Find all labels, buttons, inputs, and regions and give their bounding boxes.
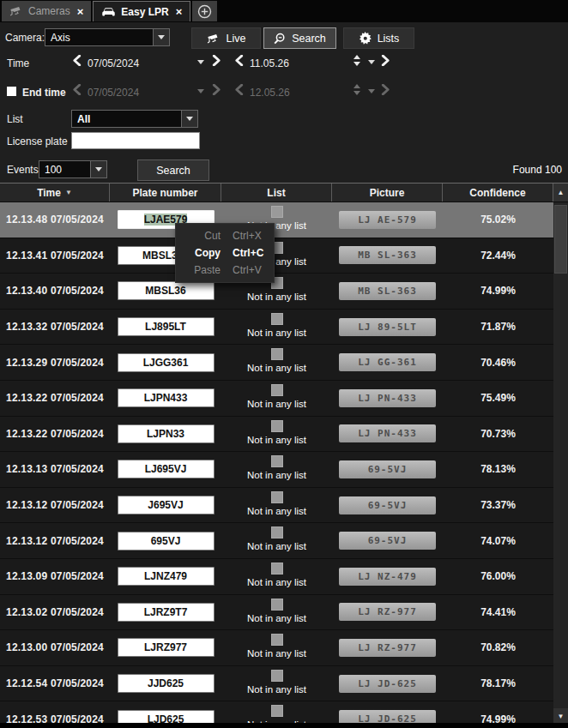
date-next-button[interactable]	[212, 55, 221, 66]
end-date-dropdown-caret[interactable]	[197, 89, 204, 93]
close-icon[interactable]: ×	[176, 5, 183, 18]
menu-item-copy[interactable]: Copy Ctrl+C	[176, 244, 274, 262]
table-row[interactable]: 12.13.40 07/05/2024 MBSL36 Not in any li…	[0, 274, 553, 310]
column-header-plate[interactable]: Plate number	[110, 184, 221, 202]
list-checkbox[interactable]	[271, 670, 283, 682]
list-checkbox[interactable]	[271, 705, 283, 717]
plate-cell: J695VJ	[110, 488, 221, 523]
end-date-value[interactable]: 07/05/2024	[88, 87, 139, 99]
close-icon[interactable]: ×	[77, 5, 84, 18]
table-row[interactable]: 12.13.22 07/05/2024 LJPN433 Not in any l…	[0, 381, 553, 417]
list-checkbox[interactable]	[271, 348, 283, 360]
list-checkbox[interactable]	[271, 455, 283, 467]
plate-picture: MB SL-363	[339, 282, 436, 300]
license-plate-input[interactable]	[71, 132, 200, 149]
plate-input[interactable]: LJRZ977	[118, 638, 215, 657]
plate-input[interactable]: JJD625	[118, 674, 215, 693]
tab-new[interactable]	[192, 1, 217, 21]
tab-easy-lpr[interactable]: Easy LPR ×	[93, 1, 190, 21]
time-prev-button[interactable]	[234, 55, 244, 66]
time-time-value[interactable]: 11.05.26	[250, 57, 289, 69]
lists-button[interactable]: Lists	[343, 27, 414, 49]
time-cell: 12.13.22 07/05/2024	[0, 381, 110, 416]
plate-input[interactable]: MBSL36	[118, 281, 215, 300]
table-row[interactable]: 12.13.12 07/05/2024 J695VJ Not in any li…	[0, 488, 553, 524]
plate-input[interactable]: LJ695VJ	[118, 460, 215, 478]
scroll-up-button[interactable]: ▲	[553, 184, 568, 202]
found-count: Found 100	[513, 164, 562, 176]
plate-input[interactable]: LJGG361	[118, 353, 215, 372]
table-row[interactable]: 12.12.53 07/05/2024 LJD625 Not in any li…	[0, 701, 553, 723]
column-header-list[interactable]: List	[221, 184, 332, 202]
end-time-value[interactable]: 12.05.26	[250, 87, 290, 99]
column-header-time[interactable]: Time ▼	[0, 184, 110, 202]
live-button[interactable]: Live	[191, 27, 261, 49]
list-checkbox[interactable]	[271, 563, 283, 575]
scroll-down-button[interactable]: ▼	[553, 708, 568, 724]
table-row[interactable]: 12.13.22 07/05/2024 LJPN33 Not in any li…	[0, 417, 553, 453]
plate-input[interactable]: LJPN433	[118, 388, 215, 407]
plate-input[interactable]: LJPN33	[118, 424, 215, 443]
end-time-spinner[interactable]	[353, 84, 360, 95]
list-checkbox[interactable]	[271, 599, 283, 611]
time-next-button[interactable]	[381, 55, 390, 66]
menu-item-cut[interactable]: Cut Ctrl+X	[176, 227, 274, 244]
camera-select[interactable]: Axis	[45, 28, 170, 46]
end-time-next-button[interactable]	[381, 84, 390, 95]
end-time-dropdown-caret[interactable]	[368, 89, 375, 93]
vertical-scrollbar[interactable]: ▼	[553, 202, 568, 724]
plate-input[interactable]: 695VJ	[118, 532, 215, 551]
table-row[interactable]: 12.13.09 07/05/2024 LJNZ479 Not in any l…	[0, 559, 553, 595]
table-row[interactable]: 12.13.00 07/05/2024 LJRZ977 Not in any l…	[0, 630, 553, 666]
plate-input[interactable]: LJNZ479	[118, 567, 215, 586]
time-spinner[interactable]	[353, 55, 360, 66]
table-row[interactable]: 12.13.02 07/05/2024 LJRZ9T7 Not in any l…	[0, 595, 553, 631]
plate-input[interactable]: LJ895LT	[118, 317, 215, 336]
time-date-value[interactable]: 07/05/2024	[88, 57, 139, 69]
date-prev-button[interactable]	[72, 55, 82, 66]
table-row[interactable]: 12.13.32 07/05/2024 LJ895LT Not in any l…	[0, 310, 553, 346]
chevron-down-icon[interactable]	[153, 29, 169, 45]
plate-input[interactable]: J695VJ	[118, 496, 215, 514]
chevron-down-icon[interactable]	[181, 111, 197, 127]
scrollbar-thumb[interactable]	[554, 205, 567, 274]
search-button[interactable]: Search	[137, 159, 209, 181]
table-row[interactable]: 12.13.48 07/05/2024 LJAE579 Not in any l…	[0, 202, 553, 238]
column-header-picture[interactable]: Picture	[332, 184, 443, 202]
menu-item-paste[interactable]: Paste Ctrl+V	[176, 262, 274, 279]
plate-cell: LJRZ9T7	[110, 595, 221, 630]
table-row[interactable]: 12.13.29 07/05/2024 LJGG361 Not in any l…	[0, 345, 553, 381]
list-checkbox[interactable]	[271, 384, 283, 396]
confidence-cell: 73.37%	[443, 488, 553, 523]
events-count-select[interactable]: 100	[39, 160, 107, 178]
date-dropdown-caret[interactable]	[197, 60, 204, 64]
end-date-prev-button[interactable]	[72, 84, 82, 95]
picture-cell: 69-5VJ	[332, 488, 443, 523]
search-tab-button[interactable]: Search	[263, 27, 336, 49]
list-checkbox[interactable]	[271, 206, 283, 218]
list-checkbox[interactable]	[271, 313, 283, 325]
plate-picture: LJ GG-361	[339, 353, 436, 371]
end-time-prev-button[interactable]	[234, 84, 244, 95]
time-cell: 12.13.41 07/05/2024	[0, 238, 110, 274]
list-checkbox[interactable]	[271, 491, 283, 503]
list-select[interactable]: All	[71, 110, 198, 128]
plate-input[interactable]: LJRZ9T7	[118, 603, 215, 622]
plate-input[interactable]: LJD625	[118, 710, 215, 723]
table-row[interactable]: 12.12.54 07/05/2024 JJD625 Not in any li…	[0, 666, 553, 702]
list-checkbox[interactable]	[271, 420, 283, 432]
confidence-cell: 76.00%	[443, 559, 553, 594]
confidence-cell: 78.13%	[443, 452, 553, 487]
list-checkbox[interactable]	[271, 526, 283, 538]
table-row[interactable]: 12.13.13 07/05/2024 LJ695VJ Not in any l…	[0, 452, 553, 488]
list-checkbox[interactable]	[271, 634, 283, 646]
time-dropdown-caret[interactable]	[368, 60, 375, 64]
table-row[interactable]: 12.13.41 07/05/2024 MBSL363 Not in any l…	[0, 238, 553, 274]
chevron-down-icon[interactable]	[90, 161, 106, 177]
time-cell: 12.13.12 07/05/2024	[0, 523, 110, 558]
table-row[interactable]: 12.13.12 07/05/2024 695VJ Not in any lis…	[0, 523, 553, 559]
end-date-next-button[interactable]	[212, 84, 221, 95]
end-time-checkbox[interactable]	[7, 87, 16, 96]
tab-cameras[interactable]: Cameras ×	[2, 1, 91, 21]
column-header-confidence[interactable]: Confidence	[443, 184, 553, 202]
